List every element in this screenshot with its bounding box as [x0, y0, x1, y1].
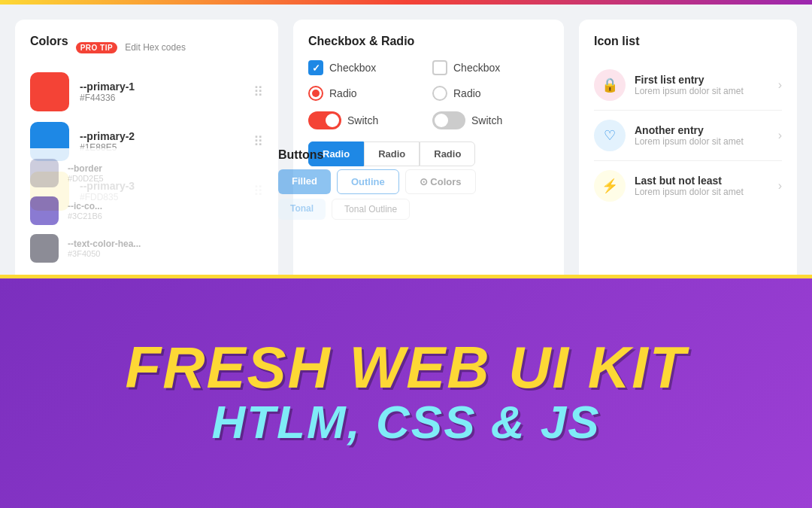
- icon-circle-lock: 🔒: [594, 69, 626, 101]
- checkbox-checked-item[interactable]: Checkbox: [308, 60, 425, 75]
- banner-title-line1: FRESH WEB UI KIT: [126, 338, 687, 397]
- switch-off-item[interactable]: Switch: [432, 111, 549, 129]
- switch-on-icon[interactable]: [308, 111, 341, 129]
- color-swatch-primary1: [30, 72, 69, 111]
- icon-circle-heart: ♡: [594, 120, 626, 151]
- radio-unchecked-icon[interactable]: [432, 86, 447, 101]
- banner-title-line2: HTLM, CSS & JS: [211, 397, 600, 448]
- chevron-right-icon-1: ›: [778, 78, 782, 92]
- checkbox-checked-label: Checkbox: [329, 62, 376, 74]
- switch-off-label: Switch: [471, 114, 502, 126]
- partial-color-text-heading: --text-color-hea... #3F4050: [30, 230, 248, 267]
- checkbox-panel-title: Checkbox & Radio: [308, 35, 549, 48]
- radio-checked-label: Radio: [329, 87, 357, 99]
- color-hex-primary1: #F44336: [80, 93, 243, 103]
- color-name-primary2: --primary-2: [80, 130, 243, 142]
- checkbox-unchecked-label: Checkbox: [453, 62, 500, 74]
- switch-on-item[interactable]: Switch: [308, 111, 425, 129]
- buttons-section-title: Buttons: [278, 148, 797, 162]
- colors-panel-title: Colors: [30, 35, 68, 48]
- radio-checked-icon[interactable]: [308, 86, 323, 101]
- icon-list-item-1[interactable]: 🔒 First list entry Lorem ipsum dolor sit…: [594, 60, 782, 111]
- radio-checked-item[interactable]: Radio: [308, 86, 425, 101]
- icon-list-sub-1: Lorem ipsum dolor sit amet: [635, 86, 769, 96]
- icon-list-title-2: Another entry: [635, 124, 769, 136]
- overlay-banner: FRESH WEB UI KIT HTLM, CSS & JS: [0, 275, 812, 508]
- icon-list-sub-2: Lorem ipsum dolor sit amet: [635, 136, 769, 147]
- switch-on-label: Switch: [347, 114, 378, 126]
- color-name-primary1: --primary-1: [80, 81, 243, 93]
- checkbox-unchecked-icon[interactable]: [432, 60, 447, 75]
- checkbox-unchecked-item[interactable]: Checkbox: [432, 60, 549, 75]
- icon-list-panel-title: Icon list: [594, 35, 782, 48]
- partial-color-border: --border #D0D2E5: [30, 154, 248, 192]
- switch-off-icon[interactable]: [432, 111, 465, 129]
- color-item-primary1[interactable]: --primary-1 #F44336 ⠿: [30, 72, 263, 111]
- checkbox-checked-icon[interactable]: [308, 60, 323, 75]
- partial-color-icon-co: --ic-co... #3C21B6: [30, 192, 248, 230]
- pro-tip-badge: PRO TIP: [76, 42, 118, 53]
- grid-icon-primary1[interactable]: ⠿: [253, 84, 263, 100]
- chevron-right-icon-2: ›: [778, 129, 782, 142]
- grid-icon-primary2[interactable]: ⠿: [253, 133, 263, 150]
- radio-unchecked-item[interactable]: Radio: [432, 86, 549, 101]
- edit-hex-label: Edit Hex codes: [125, 42, 186, 53]
- icon-list-title-1: First list entry: [635, 74, 769, 86]
- radio-unchecked-label: Radio: [453, 87, 481, 99]
